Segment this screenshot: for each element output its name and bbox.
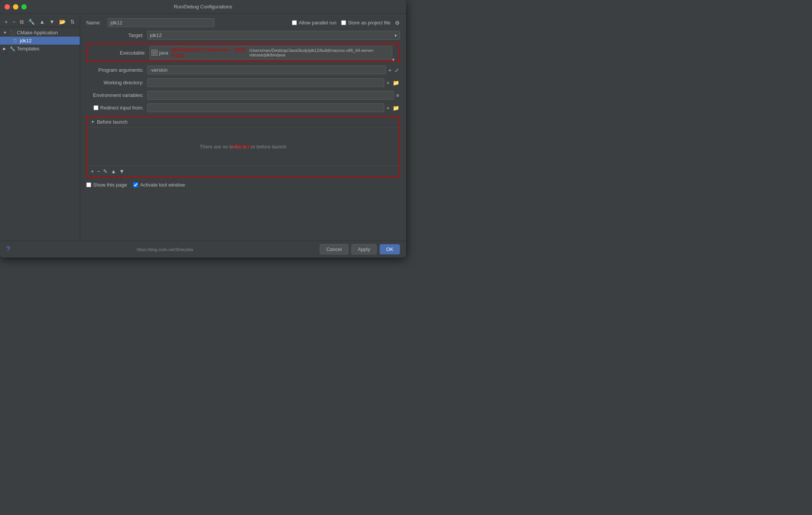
executable-path: /Users/mac/Desktop/JavaStudy/jdk12/build… (250, 48, 390, 57)
target-label: Target: (86, 32, 147, 38)
exec-file-icon: □ (151, 50, 158, 56)
env-vars-input[interactable] (147, 91, 394, 100)
before-launch-edit-button[interactable]: ✎ (102, 167, 108, 175)
env-vars-section: ≡ (147, 91, 400, 100)
templates-label: Templates (17, 46, 39, 52)
name-section: Name: (86, 18, 286, 27)
redirect-label-wrap: Redirect input from: (86, 105, 147, 111)
redirect-row: Redirect input from: + 📁 (86, 103, 400, 112)
header-checkboxes: Allow parallel run Store as project file… (292, 20, 400, 26)
csdn-link: https://blog.csdn.net/Sharylala (137, 247, 193, 252)
args-add-button[interactable]: + (388, 66, 392, 74)
executable-annotation: 编译结果jdk的bin下的java.exec，对我而言就是 (171, 47, 248, 58)
working-dir-label: Working directory: (86, 80, 147, 85)
env-vars-row: Environment variables: ≡ (86, 91, 400, 100)
working-dir-browse-button[interactable]: 📁 (392, 79, 400, 87)
activate-window-label[interactable]: Activate tool window (133, 182, 185, 188)
before-launch-section: ▼ Before launch 去掉build There are no tas… (86, 116, 400, 177)
templates-arrow: ▶ (3, 47, 8, 51)
show-page-label[interactable]: Show this page (86, 182, 127, 188)
window-title: Run/Debug Configurations (174, 4, 232, 10)
main-layout: + − ⧉ 🔧 ▲ ▼ 📂 ⇅ ▼ ⬛ CMake Application 🗒 … (0, 14, 406, 241)
env-vars-label: Environment variables: (86, 92, 147, 98)
working-dir-section: + 📁 (147, 78, 400, 87)
before-launch-title: Before launch (97, 119, 127, 125)
redirect-section: + 📁 (147, 103, 400, 112)
program-args-section: + ⤢ (147, 66, 400, 74)
settings-gear-icon[interactable]: ⚙ (395, 20, 400, 26)
cmake-group-item[interactable]: ▼ ⬛ CMake Application (0, 29, 80, 37)
executable-label: Executable: (89, 50, 150, 56)
copy-config-button[interactable]: ⧉ (18, 18, 25, 25)
allow-parallel-checkbox[interactable] (292, 20, 297, 25)
target-select[interactable]: jdk12 (147, 31, 400, 40)
name-label: Name: (86, 20, 105, 26)
before-launch-header: ▼ Before launch (87, 117, 399, 127)
traffic-lights[interactable] (5, 4, 27, 10)
bottom-checkboxes: Show this page Activate tool window (86, 182, 400, 188)
redirect-browse-button[interactable]: 📁 (392, 104, 400, 112)
name-input-wrap (108, 18, 285, 27)
before-launch-annotation: 去掉build (232, 143, 250, 150)
working-dir-add-button[interactable]: + (386, 79, 390, 87)
exec-java-text: java (159, 50, 168, 56)
redirect-input[interactable] (147, 103, 384, 112)
folder-button[interactable]: 📂 (58, 18, 67, 25)
footer: ? https://blog.csdn.net/Sharylala Cancel… (0, 241, 406, 258)
sidebar: + − ⧉ 🔧 ▲ ▼ 📂 ⇅ ▼ ⬛ CMake Application 🗒 … (0, 14, 80, 241)
before-launch-add-button[interactable]: + (90, 167, 95, 175)
move-up-button[interactable]: ▲ (38, 18, 46, 25)
store-project-checkbox[interactable] (341, 20, 346, 25)
before-launch-down-button[interactable]: ▼ (118, 167, 125, 175)
redirect-checkbox[interactable] (93, 105, 98, 110)
name-input[interactable] (108, 18, 214, 27)
executable-row: Executable: □ java 编译结果jdk的bin下的java.exe… (86, 43, 400, 62)
wrench-button[interactable]: 🔧 (27, 18, 36, 25)
ok-button[interactable]: OK (380, 244, 400, 254)
apply-button[interactable]: Apply (351, 244, 377, 254)
expand-arrow: ▼ (3, 31, 8, 35)
before-launch-up-button[interactable]: ▲ (110, 167, 117, 175)
sidebar-toolbar: + − ⧉ 🔧 ▲ ▼ 📂 ⇅ (0, 17, 80, 27)
activate-window-checkbox[interactable] (133, 182, 138, 187)
jdk12-label: jdk12 (20, 38, 32, 43)
working-dir-row: Working directory: + 📁 (86, 78, 400, 87)
header-row: Name: Allow parallel run Store as projec… (86, 18, 400, 27)
working-dir-input[interactable] (147, 78, 384, 87)
executable-field: □ java 编译结果jdk的bin下的java.exec，对我而言就是 /Us… (150, 46, 392, 60)
jdk-file-icon: 🗒 (12, 38, 18, 43)
right-panel: Name: Allow parallel run Store as projec… (80, 14, 406, 241)
sort-button[interactable]: ⇅ (69, 18, 76, 25)
allow-parallel-label[interactable]: Allow parallel run (292, 20, 337, 26)
cmake-icon: ⬛ (9, 30, 15, 35)
target-select-wrap: jdk12 ▼ (147, 31, 400, 40)
before-launch-remove-button[interactable]: − (96, 167, 101, 175)
env-vars-edit-button[interactable]: ≡ (395, 92, 400, 99)
args-expand-button[interactable]: ⤢ (394, 66, 400, 74)
program-args-row: Program arguments: + ⤢ (86, 66, 400, 74)
close-button[interactable] (5, 4, 10, 10)
help-icon[interactable]: ? (6, 245, 10, 253)
maximize-button[interactable] (21, 4, 27, 10)
move-down-button[interactable]: ▼ (48, 18, 56, 25)
title-bar: Run/Debug Configurations (0, 0, 406, 14)
jdk12-item[interactable]: 🗒 jdk12 (0, 37, 80, 45)
wrench-icon: 🔧 (9, 46, 15, 52)
show-page-checkbox[interactable] (86, 182, 91, 187)
before-launch-content: 去掉build There are no tasks to run before… (87, 127, 399, 166)
redirect-label: Redirect input from: (100, 105, 143, 111)
cmake-group-label: CMake Application (17, 30, 58, 35)
program-args-input[interactable] (147, 66, 386, 74)
add-config-button[interactable]: + (3, 18, 9, 25)
section-collapse-arrow[interactable]: ▼ (91, 120, 95, 124)
program-args-label: Program arguments: (86, 67, 147, 73)
minimize-button[interactable] (13, 4, 18, 10)
cancel-button[interactable]: Cancel (320, 244, 348, 254)
templates-item[interactable]: ▶ 🔧 Templates (0, 45, 80, 53)
store-project-label[interactable]: Store as project file (341, 20, 390, 26)
redirect-add-button[interactable]: + (386, 104, 390, 112)
before-launch-toolbar: + − ✎ ▲ ▼ (87, 166, 399, 177)
remove-config-button[interactable]: − (11, 18, 17, 25)
target-row: Target: jdk12 ▼ (86, 31, 400, 40)
